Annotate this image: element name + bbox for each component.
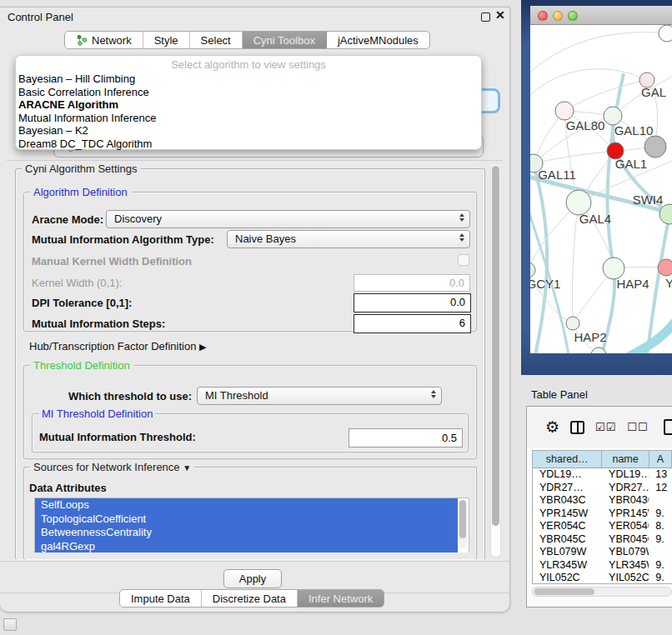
network-node-gcy1[interactable] — [530, 262, 535, 278]
tab-style[interactable]: Style — [143, 32, 190, 48]
collapsed-panel-icon[interactable] — [3, 618, 17, 631]
node-label: HAP2 — [574, 330, 606, 344]
dpi-tolerance-field[interactable]: 0.0 — [354, 293, 471, 312]
scrollbar-thumb[interactable] — [459, 500, 466, 538]
select-all-icon[interactable]: ☑☑ — [595, 421, 616, 433]
expander-down-icon[interactable]: ▼ — [183, 463, 191, 472]
table-row[interactable]: YBL079WYBL079W — [533, 546, 672, 559]
table-cell: YDR27… — [533, 482, 602, 495]
attributes-scrollbar[interactable] — [459, 500, 467, 548]
tab-impute-data[interactable]: Impute Data — [120, 590, 202, 607]
minimize-traffic-light-icon[interactable] — [553, 11, 563, 21]
float-window-icon[interactable] — [481, 12, 490, 22]
mi-steps-label: Mutual Information Steps: — [32, 318, 165, 330]
network-edge[interactable] — [530, 32, 667, 77]
expander-right-icon: ▶ — [199, 342, 206, 352]
table-cell: YPR145W — [602, 508, 649, 521]
manual-kernel-checkbox[interactable] — [458, 254, 469, 266]
export-table-icon[interactable] — [664, 419, 672, 435]
table-cell: YBR045C — [602, 533, 649, 547]
close-icon[interactable]: ✕ — [495, 8, 505, 22]
network-window-titlebar[interactable] — [530, 6, 672, 25]
tab-jactivemnodules[interactable]: jActiveMNodules — [327, 32, 429, 48]
table-cell: YBL079W — [602, 546, 649, 559]
aracne-mode-combo[interactable]: Discovery — [106, 210, 470, 228]
table-panel-window: ⚙ ☑☑ ☐☐ shared…nameA YDL19…YDL19…13YDR27… — [526, 406, 672, 608]
attribute-item[interactable]: BetweennessCentrality — [35, 526, 458, 540]
table-row[interactable]: YDR27…YDR27…12 — [533, 482, 672, 495]
attribute-item[interactable]: SelfLoops — [35, 498, 458, 512]
network-edge[interactable] — [564, 80, 647, 111]
deselect-all-icon[interactable]: ☐☐ — [627, 421, 648, 433]
table-row[interactable]: YPR145WYPR145W9. — [533, 508, 672, 521]
combo-arrows-icon — [459, 233, 464, 242]
tab-select[interactable]: Select — [190, 32, 243, 48]
dropdown-item[interactable]: Dream8 DC_TDC Algorithm — [16, 138, 481, 151]
node-label: GAL10 — [614, 123, 654, 138]
table-row[interactable]: YIL052CYIL052C9. — [533, 572, 672, 584]
table-column-header[interactable]: shared… — [533, 451, 602, 468]
which-threshold-combo[interactable]: MI Threshold — [197, 387, 442, 405]
dropdown-item-selected[interactable]: ARACNE Algorithm — [16, 98, 481, 112]
network-graph[interactable]: GALGAL80GAL10GAL1GAL11SWI4GAL4GCY1HAP4YH… — [530, 25, 672, 353]
algorithm-definition-title: Algorithm Definition — [30, 186, 131, 198]
control-panel-window: Control Panel ✕ Network Style Select Cyn… — [0, 7, 510, 612]
tab-network[interactable]: Network — [65, 32, 143, 48]
tab-infer-network[interactable]: Infer Network — [298, 590, 384, 607]
hub-definition-expander[interactable]: Hub/Transcription Factor Definition ▶ — [29, 340, 206, 352]
table-cell — [649, 494, 672, 508]
scrollbar-thumb[interactable] — [534, 588, 594, 595]
data-attributes-label: Data Attributes — [29, 482, 107, 494]
network-node[interactable] — [644, 136, 666, 158]
dropdown-item[interactable]: Basic Correlation Inference — [16, 86, 481, 99]
table-cell: YER054C — [602, 520, 649, 533]
divider — [0, 561, 509, 562]
data-attributes-list[interactable]: SelfLoopsTopologicalCoefficientBetweenne… — [34, 498, 469, 552]
network-edge[interactable] — [573, 202, 579, 323]
table-cell: YBR045C — [533, 533, 602, 547]
network-node-gal10[interactable] — [604, 107, 622, 125]
network-node[interactable] — [659, 25, 672, 42]
attribute-item[interactable]: TopologicalCoefficient — [35, 512, 458, 527]
table-column-header[interactable]: name — [602, 451, 649, 468]
table-row[interactable]: YER054CYER054C8. — [533, 520, 672, 533]
table-row[interactable]: YDL19…YDL19…13 — [533, 468, 672, 482]
zoom-traffic-light-icon[interactable] — [568, 11, 578, 21]
settings-vertical-scrollbar[interactable] — [490, 163, 501, 558]
dropdown-item[interactable]: Bayesian – Hill Climbing — [16, 72, 481, 86]
network-edge[interactable] — [530, 69, 647, 102]
network-node-gal80[interactable] — [555, 102, 574, 120]
node-label: GAL1 — [615, 157, 647, 171]
network-node-y[interactable] — [658, 259, 672, 276]
mi-type-combo[interactable]: Naive Bayes — [227, 230, 470, 248]
dpi-tolerance-label: DPI Tolerance [0,1]: — [32, 297, 132, 309]
manual-kernel-label: Manual Kernel Width Definition — [32, 255, 192, 268]
apply-button[interactable]: Apply — [223, 569, 282, 588]
scrollbar-thumb[interactable] — [492, 166, 499, 526]
table-horizontal-scrollbar[interactable] — [532, 587, 672, 597]
kernel-width-field[interactable]: 0.0 — [354, 274, 470, 292]
table-column-header[interactable]: A — [649, 451, 672, 468]
tab-cyni-toolbox[interactable]: Cyni Toolbox — [243, 32, 327, 48]
table-cell: 9. — [649, 533, 672, 547]
mi-steps-field[interactable]: 6 — [354, 314, 471, 333]
node-table[interactable]: shared…nameA YDL19…YDL19…13YDR27…YDR27…1… — [532, 450, 672, 584]
mi-threshold-field[interactable]: 0.5 — [349, 428, 463, 448]
table-row[interactable]: YLR345WYLR345W9. — [533, 559, 672, 572]
attribute-item[interactable]: gal4RGexp — [35, 540, 458, 553]
table-row[interactable]: YBR045CYBR045C9. — [533, 533, 672, 547]
close-traffic-light-icon[interactable] — [538, 11, 548, 21]
algorithm-dropdown-popup: Select algorithm to view settings Bayesi… — [15, 55, 482, 150]
dropdown-item[interactable]: Mutual Information Inference — [16, 112, 481, 125]
combo-arrows-icon — [459, 213, 464, 222]
network-canvas[interactable]: GALGAL80GAL10GAL1GAL11SWI4GAL4GCY1HAP4YH… — [530, 25, 672, 353]
mi-type-value: Naive Bayes — [235, 232, 296, 245]
gear-icon[interactable]: ⚙ — [545, 419, 559, 435]
mi-threshold-label: Mutual Information Threshold: — [39, 431, 196, 443]
dropdown-item[interactable]: Bayesian – K2 — [16, 124, 481, 138]
tab-discretize-data[interactable]: Discretize Data — [202, 590, 298, 607]
node-label: GAL11 — [538, 168, 576, 182]
table-row[interactable]: YBR043CYBR043C — [533, 494, 672, 508]
column-selector-icon[interactable] — [570, 421, 584, 434]
network-node-hap2[interactable] — [566, 317, 579, 330]
